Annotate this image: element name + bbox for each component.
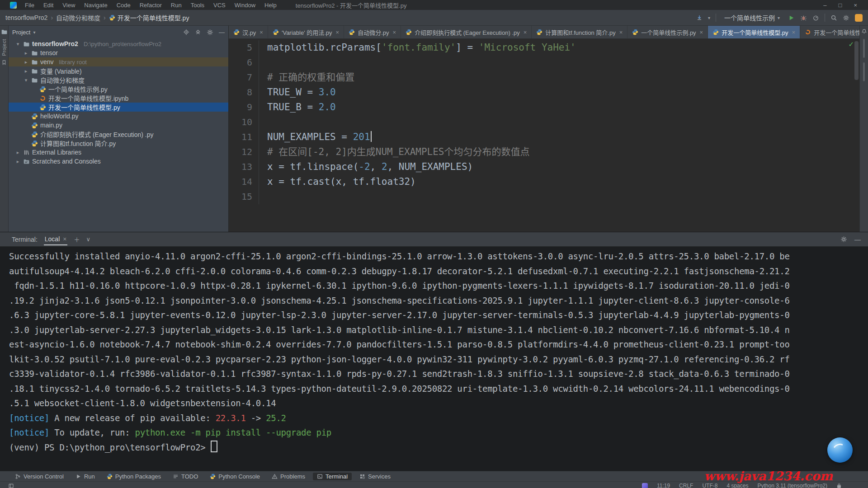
tree-item-1[interactable]: ▸tensor: [9, 48, 228, 57]
tree-item-10[interactable]: 介绍即刻执行模式 (Eager Execution) .py: [9, 130, 228, 139]
editor-tab-3[interactable]: 介绍即刻执行模式 (Eager Execution) .py×: [401, 26, 532, 38]
tree-item-5[interactable]: 一个简单线性示例.py: [9, 84, 228, 94]
editor-tab-5[interactable]: 一个简单线性示例.py×: [627, 26, 708, 38]
menu-item-run[interactable]: Run: [167, 1, 185, 9]
breadcrumb-item[interactable]: 开发一个简单线性模型.py: [109, 13, 189, 22]
tree-item-4[interactable]: ▾自动微分和梯度: [9, 75, 228, 84]
vcs-update-icon[interactable]: [696, 14, 703, 21]
status-line-ending[interactable]: CRLF: [679, 483, 693, 488]
menu-item-window[interactable]: Window: [231, 1, 259, 9]
menu-item-vcs[interactable]: VCS: [210, 1, 229, 9]
minimize-icon[interactable]: –: [823, 2, 826, 9]
tree-item-6[interactable]: 开发一个简单线性模型.ipynb: [9, 94, 228, 103]
toolwindow-run[interactable]: Run: [71, 473, 99, 480]
tree-item-8[interactable]: helloWorld.py: [9, 112, 228, 121]
tree-item-9[interactable]: main.py: [9, 121, 228, 130]
close-icon[interactable]: ×: [854, 2, 857, 9]
right-stripe-tab[interactable]: [863, 39, 865, 58]
project-panel-title[interactable]: Project: [12, 29, 30, 36]
chevron-right-icon[interactable]: ▸: [15, 150, 21, 155]
tree-item-0[interactable]: ▾tensorflowPro2D:\python_pro\tensorflowP…: [9, 39, 228, 48]
tree-item-11[interactable]: 计算图和tf.function 简介.py: [9, 139, 228, 148]
chevron-down-icon[interactable]: ▾: [33, 30, 35, 35]
settings-gear-icon[interactable]: [843, 14, 849, 21]
panel-settings-gear-icon[interactable]: [207, 29, 213, 36]
hide-panel-icon[interactable]: —: [219, 29, 225, 36]
menu-item-view[interactable]: View: [59, 1, 79, 9]
toolwindow-problems[interactable]: Problems: [268, 473, 309, 480]
layout-icon[interactable]: [8, 483, 14, 488]
avatar[interactable]: [855, 14, 863, 22]
tree-item-2[interactable]: ▸venvlibrary root: [9, 57, 228, 66]
editor-tab-2[interactable]: 自动微分.py×: [344, 26, 401, 38]
status-encoding[interactable]: UTF-8: [702, 483, 717, 488]
project-stripe-label[interactable]: Project: [1, 39, 7, 56]
collapse-all-icon[interactable]: [195, 29, 201, 35]
terminal-output[interactable]: Successfully installed anyio-4.11.0 argo…: [0, 247, 868, 471]
editor-tab-0[interactable]: 汉.py×: [229, 26, 268, 38]
menu-item-file[interactable]: File: [21, 1, 38, 9]
bookmark-icon[interactable]: [1, 60, 7, 65]
chevron-right-icon[interactable]: ▸: [15, 159, 21, 164]
new-session-icon[interactable]: ＋: [74, 235, 80, 244]
terminal-label[interactable]: Terminal:: [12, 236, 38, 243]
menu-item-refactor[interactable]: Refactor: [136, 1, 165, 9]
tree-item-7[interactable]: 开发一个简单线性模型.py: [9, 103, 228, 112]
breadcrumb-item[interactable]: tensorflowPro2: [5, 14, 47, 21]
menu-item-navigate[interactable]: Navigate: [80, 1, 111, 9]
minimize-panel-icon[interactable]: —: [854, 236, 861, 243]
toolwindow-version-control[interactable]: Version Control: [11, 473, 68, 480]
locate-file-icon[interactable]: [183, 29, 189, 35]
toolwindow-python-console[interactable]: Python Console: [206, 473, 264, 480]
tree-item-12[interactable]: ▸External Libraries: [9, 148, 228, 157]
menu-item-edit[interactable]: Edit: [40, 1, 57, 9]
menu-item-code[interactable]: Code: [113, 1, 134, 9]
close-icon[interactable]: ×: [619, 29, 623, 36]
toolwindow-python-packages[interactable]: Python Packages: [103, 473, 165, 480]
notifications-bell-icon[interactable]: [861, 28, 867, 34]
run-configuration-selector[interactable]: 一个简单线性示例 ▾: [722, 12, 783, 23]
close-icon[interactable]: ×: [393, 29, 396, 36]
close-icon[interactable]: ×: [700, 29, 703, 36]
breadcrumb-item[interactable]: 自动微分和梯度: [56, 13, 100, 22]
maximize-icon[interactable]: □: [839, 2, 842, 9]
close-icon[interactable]: ×: [524, 29, 527, 36]
close-icon[interactable]: ×: [259, 29, 263, 36]
editor-tab-7[interactable]: 开发一个简单线性模型.ipynb×: [800, 26, 859, 38]
right-stripe-tab[interactable]: [863, 62, 865, 81]
terminal-session-tab[interactable]: Local ×: [44, 233, 68, 245]
chevron-down-icon[interactable]: ▾: [15, 41, 21, 47]
status-interpreter[interactable]: Python 3.11 (tensorflowPro2): [757, 483, 827, 488]
status-indent-style[interactable]: 4 spaces: [726, 483, 748, 488]
chevron-right-icon[interactable]: ▸: [23, 68, 29, 74]
editor-code[interactable]: 5matplotlib.rcParams['font.family'] = 'M…: [229, 39, 859, 232]
editor-scrollbar[interactable]: [854, 41, 859, 80]
tree-item-13[interactable]: ▸Scratches and Consoles: [9, 157, 228, 166]
profiler-button[interactable]: [812, 14, 819, 21]
editor-tab-1[interactable]: 'Variable' 的用法.py×: [268, 26, 344, 38]
close-icon[interactable]: ×: [63, 235, 66, 243]
chevron-down-icon[interactable]: ∨: [86, 236, 90, 243]
toolwindow-todo[interactable]: TODO: [169, 473, 202, 480]
debug-button[interactable]: [800, 14, 807, 21]
editor-tab-4[interactable]: 计算图和tf.function 简介.py×: [532, 26, 627, 38]
floating-button[interactable]: [827, 437, 853, 463]
editor-tab-6[interactable]: 开发一个简单线性模型.py×: [708, 26, 800, 38]
toolwindow-terminal[interactable]: Terminal: [313, 473, 352, 480]
close-icon[interactable]: ×: [336, 29, 340, 36]
search-everywhere-icon[interactable]: [830, 14, 837, 21]
terminal-settings-gear-icon[interactable]: [840, 236, 847, 243]
toolwindow-services[interactable]: Services: [355, 473, 395, 480]
tree-item-3[interactable]: ▸变量 (Variable): [9, 66, 228, 75]
status-caret-position[interactable]: 11:19: [657, 483, 670, 488]
chevron-down-icon[interactable]: ▾: [23, 77, 29, 83]
status-widget-icon[interactable]: [642, 483, 648, 488]
lock-icon[interactable]: [836, 483, 842, 488]
close-icon[interactable]: ×: [792, 29, 796, 36]
run-button[interactable]: [788, 14, 795, 21]
menu-item-help[interactable]: Help: [261, 1, 280, 9]
project-tool-button[interactable]: [1, 28, 8, 35]
chevron-right-icon[interactable]: ▸: [23, 50, 29, 56]
menu-item-tools[interactable]: Tools: [187, 1, 208, 9]
chevron-right-icon[interactable]: ▸: [23, 59, 29, 65]
